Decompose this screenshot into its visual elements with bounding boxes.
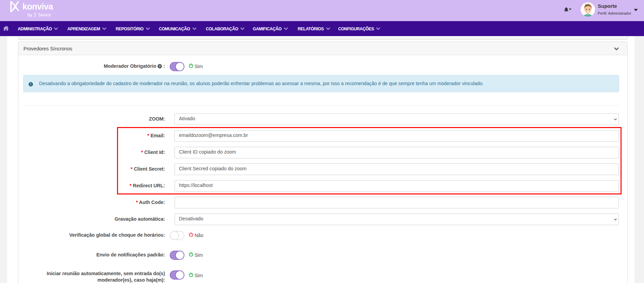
svg-text:?: ? xyxy=(159,65,161,68)
